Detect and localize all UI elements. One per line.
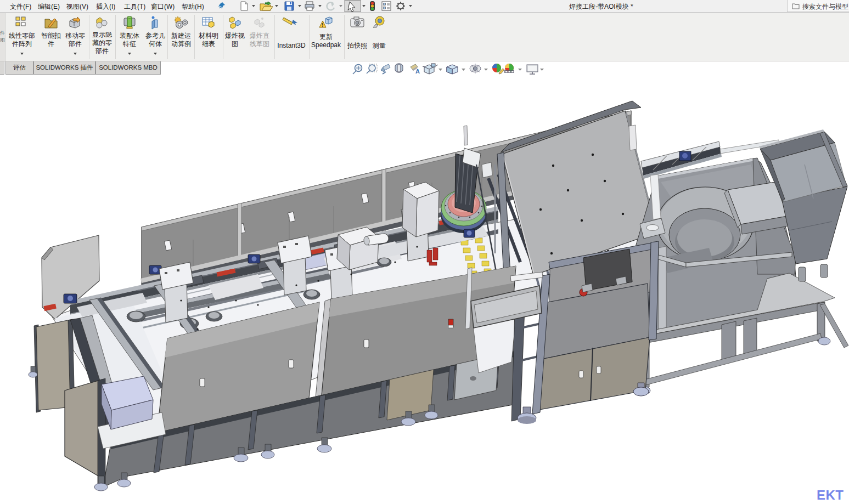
svg-text:A: A xyxy=(415,68,420,75)
